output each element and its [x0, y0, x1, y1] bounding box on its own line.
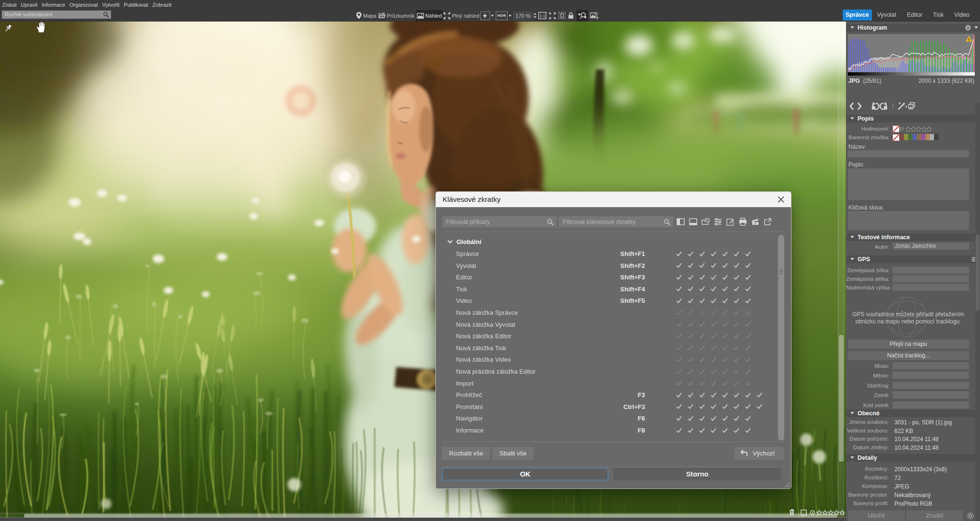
svg-text:1:1: 1:1: [540, 13, 546, 18]
